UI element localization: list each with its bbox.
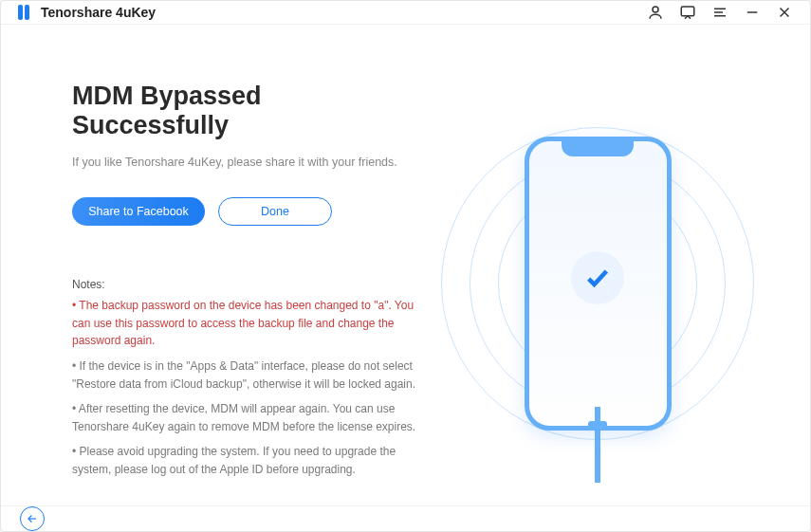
check-circle	[571, 251, 624, 304]
minimize-icon[interactable]	[744, 4, 761, 21]
phone-illustration	[455, 108, 740, 459]
illustration-panel	[423, 82, 772, 486]
left-panel: MDM Bypassed Successfully If you like Te…	[72, 82, 423, 486]
done-button[interactable]: Done	[218, 197, 332, 226]
phone-icon	[525, 137, 672, 431]
cable-icon	[595, 407, 600, 483]
account-icon[interactable]	[647, 4, 664, 21]
titlebar-actions	[647, 4, 793, 21]
logo-mark-icon	[18, 5, 33, 20]
checkmark-icon	[584, 265, 611, 291]
back-button[interactable]	[20, 506, 45, 531]
notes-label: Notes:	[72, 278, 423, 291]
arrow-left-icon	[26, 512, 39, 525]
note-item: • If the device is in the "Apps & Data" …	[72, 358, 423, 393]
cable-plug-icon	[588, 421, 607, 431]
note-item: • Please avoid upgrading the system. If …	[72, 443, 423, 478]
content-area: MDM Bypassed Successfully If you like Te…	[1, 25, 810, 504]
phone-notch-icon	[562, 141, 634, 156]
app-window: Tenorshare 4uKey MDM Bypassed Successful…	[0, 0, 811, 532]
close-icon[interactable]	[776, 4, 793, 21]
button-row: Share to Facebook Done	[72, 197, 423, 226]
svg-rect-1	[681, 7, 694, 16]
note-item: • The backup password on the device has …	[72, 297, 423, 350]
titlebar: Tenorshare 4uKey	[1, 1, 810, 25]
share-button[interactable]: Share to Facebook	[72, 197, 205, 226]
svg-point-0	[653, 7, 658, 12]
note-item: • After resetting the device, MDM will a…	[72, 400, 423, 435]
notes-list: • The backup password on the device has …	[72, 297, 423, 486]
app-title: Tenorshare 4uKey	[41, 5, 156, 20]
subtitle: If you like Tenorshare 4uKey, please sha…	[72, 156, 423, 169]
feedback-icon[interactable]	[679, 4, 696, 21]
footer-bar	[1, 505, 810, 531]
page-title: MDM Bypassed Successfully	[72, 82, 423, 140]
menu-icon[interactable]	[711, 4, 728, 21]
app-logo: Tenorshare 4uKey	[18, 5, 156, 20]
